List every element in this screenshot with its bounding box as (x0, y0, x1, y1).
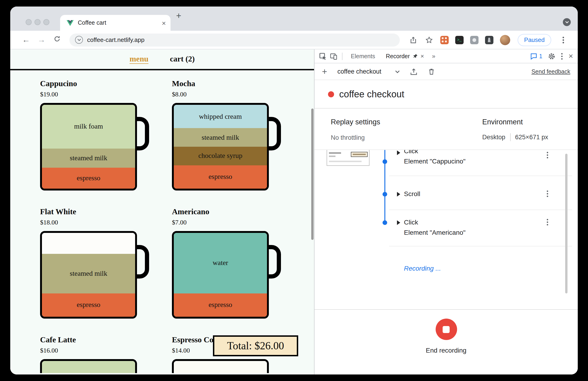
step-action[interactable]: Click (404, 219, 418, 226)
new-tab-button[interactable]: + (176, 11, 181, 21)
window-content: menu cart (2) Cappucino $19.00 milk foam (10, 49, 578, 375)
share-icon[interactable] (408, 35, 419, 45)
step-action[interactable]: Scroll (404, 190, 420, 198)
step-timeline-dot (382, 220, 387, 225)
product-card-flat-white: Flat White $18.00 steamed milk espresso (40, 206, 137, 334)
extension-icon-2[interactable]: >_ (455, 36, 463, 44)
product-card-americano: Americano $7.00 water espresso (172, 206, 269, 334)
tab-elements[interactable]: Elements (347, 53, 379, 60)
product-price: $16.00 (40, 346, 137, 356)
device-toolbar-icon[interactable] (330, 52, 337, 60)
step-expand-icon[interactable] (397, 220, 400, 225)
devtools-close-icon[interactable]: × (568, 52, 573, 60)
inspect-element-icon[interactable] (319, 52, 327, 60)
site-info-icon[interactable] (75, 36, 83, 44)
product-price: $8.00 (172, 89, 269, 100)
pin-icon[interactable] (413, 54, 418, 59)
cup-layer (42, 233, 135, 254)
back-icon[interactable]: ← (21, 35, 32, 44)
recorder-footer: End recording (315, 309, 578, 375)
divider (389, 176, 572, 176)
cup-layer: steamed milk (42, 254, 135, 293)
profile-chevron-icon[interactable] (563, 18, 571, 26)
profile-avatar[interactable] (500, 35, 510, 45)
step-expand-icon[interactable] (397, 192, 400, 197)
recording-status-text: Recording ... (404, 264, 441, 272)
cup-layer: espresso (174, 293, 267, 317)
more-tabs-icon[interactable]: » (432, 53, 435, 60)
vue-favicon (67, 20, 74, 26)
step-action[interactable]: Click (404, 150, 418, 155)
forward-icon[interactable]: → (36, 35, 47, 44)
step-menu-icon[interactable] (546, 151, 554, 159)
nav-link-cart[interactable]: cart (2) (170, 55, 195, 64)
product-name: Cappucino (40, 78, 137, 89)
window-minimize-button[interactable] (35, 19, 41, 25)
nav-link-menu[interactable]: menu (129, 55, 148, 64)
reload-icon[interactable] (51, 35, 63, 44)
bookmark-star-icon[interactable] (424, 35, 434, 45)
cup-body: milk foam steamed milk espresso (40, 103, 137, 191)
environment-title[interactable]: Environment (482, 118, 523, 126)
replay-throttling-value: No throttling (331, 134, 365, 141)
cart-total-button[interactable]: Total: $26.00 (213, 335, 298, 356)
export-recording-icon[interactable] (410, 68, 418, 75)
send-feedback-link[interactable]: Send feedback (531, 68, 570, 75)
cup-mocha[interactable]: whipped cream steamed milk chocolate syr… (172, 103, 269, 191)
devtools-panel: Elements Recorder × » 1 (314, 49, 578, 375)
page-scrollbar[interactable] (311, 109, 314, 240)
end-recording-button[interactable] (435, 319, 457, 340)
step-menu-icon[interactable] (546, 219, 554, 226)
browser-tab-coffee-cart[interactable]: Coffee cart × (60, 15, 170, 31)
step-screenshot-thumbnail (327, 150, 370, 166)
extension-icon-3[interactable] (470, 36, 479, 44)
step-target[interactable]: Element "Cappucino" (404, 158, 465, 165)
steps-scrollbar[interactable] (565, 154, 567, 293)
browser-window: Coffee cart × + ← → coffee-cart.netlify.… (10, 6, 578, 375)
step-target[interactable]: Element "Americano" (404, 229, 465, 236)
settings-gear-icon[interactable] (548, 52, 555, 60)
address-bar[interactable]: coffee-cart.netlify.app (69, 33, 400, 46)
tab-strip: Coffee cart × + (10, 6, 578, 31)
tab-title: Coffee cart (78, 20, 162, 26)
product-card-cafe-latte: Cafe Latte $16.00 (40, 334, 137, 373)
tab-recorder[interactable]: Recorder × (382, 53, 428, 60)
extension-icon-1[interactable] (440, 36, 449, 44)
extension-icon-4[interactable] (485, 36, 493, 44)
window-close-button[interactable] (26, 19, 32, 25)
cup-espresso-con-panna[interactable] (172, 359, 269, 373)
product-name: Cafe Latte (40, 334, 137, 346)
cup-layer: espresso (174, 165, 267, 189)
url-text[interactable]: coffee-cart.netlify.app (87, 36, 145, 43)
step-menu-icon[interactable] (546, 190, 554, 198)
cup-cafe-latte[interactable] (40, 359, 137, 373)
cup-cappucino[interactable]: milk foam steamed milk espresso (40, 103, 137, 191)
cup-layer: espresso (42, 293, 135, 317)
divider (342, 52, 342, 60)
screen: Coffee cart × + ← → coffee-cart.netlify.… (0, 0, 588, 381)
window-zoom-button[interactable] (43, 19, 49, 25)
devtools-menu-icon[interactable] (561, 52, 563, 60)
step-expand-icon[interactable] (397, 150, 400, 155)
issues-counter[interactable]: 1 (530, 53, 542, 60)
close-recorder-tab-icon[interactable]: × (420, 53, 424, 60)
cup-flat-white[interactable]: steamed milk espresso (40, 231, 137, 319)
add-recording-icon[interactable]: + (322, 66, 327, 77)
product-price: $7.00 (172, 218, 269, 228)
tab-close-icon[interactable]: × (162, 19, 166, 26)
browser-menu-icon[interactable] (558, 35, 568, 45)
replay-settings-section: Replay settings No throttling Environmen… (315, 109, 578, 150)
product-card-mocha: Mocha $8.00 whipped cream steamed milk c… (172, 78, 269, 206)
product-card-cappucino: Cappucino $19.00 milk foam steamed milk … (40, 78, 137, 206)
cup-body: whipped cream steamed milk chocolate syr… (172, 103, 269, 191)
replay-settings-title[interactable]: Replay settings (331, 118, 380, 126)
cup-body: steamed milk espresso (40, 231, 137, 319)
tab-recorder-label: Recorder (386, 53, 410, 60)
paused-button[interactable]: Paused (518, 34, 551, 46)
recording-select[interactable]: coffee checkout (337, 68, 400, 75)
devtools-tab-bar: Elements Recorder × » 1 (315, 49, 578, 63)
delete-recording-icon[interactable] (428, 68, 435, 75)
cup-body (172, 359, 269, 373)
cup-americano[interactable]: water espresso (172, 231, 269, 319)
recording-header: coffee checkout (315, 80, 578, 109)
